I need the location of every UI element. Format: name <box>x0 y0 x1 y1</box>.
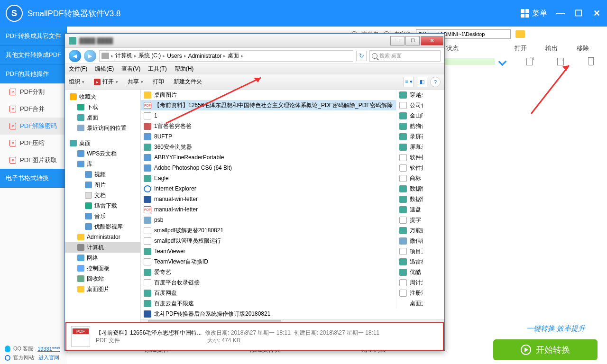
menu-view[interactable]: 查看(V) <box>121 65 140 73</box>
tree-item[interactable]: 优酷影视库 <box>65 221 140 232</box>
file-item[interactable]: 屏幕录 <box>396 142 423 152</box>
sidebar-cat-3[interactable]: 电子书格式转换 <box>0 169 67 188</box>
scroll-thumb[interactable] <box>148 320 281 322</box>
tree-item[interactable]: WPS云文档 <box>65 148 140 159</box>
file-item[interactable]: 公司信 <box>396 100 423 110</box>
tree-item[interactable]: 桌面 <box>65 138 140 148</box>
file-item[interactable]: 录屏视 <box>396 131 423 142</box>
tree-item[interactable]: 文档 <box>65 190 140 200</box>
file-item[interactable]: 百度平台收录链接 <box>141 277 396 288</box>
file-item[interactable]: 酷狗音 <box>396 121 423 131</box>
tree-item[interactable]: 计算机 <box>65 242 140 253</box>
folder-tree[interactable]: 收藏夹下载桌面最近访问的位置桌面WPS云文档库视频图片文档迅雷下载音乐优酷影视库… <box>65 90 141 322</box>
file-item[interactable]: 软件提 <box>396 152 423 163</box>
tree-item[interactable]: 控制面板 <box>65 263 140 273</box>
menu-file[interactable]: 文件(F) <box>69 65 87 73</box>
file-item[interactable]: smallpdf以管理员权限运行 <box>141 236 396 246</box>
sidebar-cat-1[interactable]: 其他文件转换成PDF <box>0 46 67 64</box>
sidebar-item-unlock[interactable]: PPDF解除密码 <box>0 118 67 135</box>
horizontal-scrollbar[interactable]: ◂ ▸ <box>141 319 444 322</box>
close-button[interactable]: ✕ <box>592 8 601 18</box>
file-item[interactable]: ABBYYFineReaderPortable <box>141 152 396 163</box>
file-item[interactable]: 桌面图片 <box>141 90 396 100</box>
file-item[interactable]: 优酷 <box>396 267 423 277</box>
view-mode-button[interactable]: ≡ ▾ <box>404 77 414 87</box>
sidebar-item-merge[interactable]: PPDF合并 <box>0 100 67 118</box>
qq-link[interactable]: 19331**** <box>37 346 60 352</box>
sidebar-item-extract-image[interactable]: PPDF图片获取 <box>0 152 67 169</box>
minimize-button[interactable]: — <box>556 9 565 18</box>
file-item[interactable]: 项目开 <box>396 246 423 256</box>
file-item[interactable]: 迅雷极 <box>396 256 423 267</box>
toolbar-organize[interactable]: 组织 <box>69 78 84 86</box>
website-link[interactable]: 进入官网 <box>38 354 59 361</box>
menu-help[interactable]: 帮助(H) <box>175 65 194 73</box>
breadcrumb[interactable]: ▸计算机 ▸系统 (C:) ▸Users ▸Administrator ▸桌面 … <box>99 50 353 62</box>
sidebar-cat-0[interactable]: PDF转换成其它文件 <box>0 27 67 46</box>
tree-item[interactable]: 桌面图片 <box>65 284 140 294</box>
file-item[interactable]: 金山PD <box>396 110 423 121</box>
tree-item[interactable]: 库 <box>65 159 140 169</box>
scroll-left-button[interactable]: ◂ <box>141 319 148 322</box>
file-item[interactable]: TeamViewer自动换ID <box>141 256 396 267</box>
browse-folder-icon[interactable] <box>515 30 525 38</box>
file-item[interactable]: 【考前资料】12656毛泽东思想和中国特色社会主义理论体系概论_PDF密码解除_… <box>141 100 396 110</box>
tree-item[interactable]: 图片 <box>65 180 140 190</box>
nav-forward-button[interactable]: ► <box>84 50 96 62</box>
file-item[interactable]: 提字 <box>396 215 423 225</box>
file-item[interactable]: 万能数 <box>396 225 423 236</box>
dialog-minimize-button[interactable]: — <box>390 36 405 46</box>
file-item[interactable]: 数据恢 <box>396 194 423 204</box>
sidebar-item-split[interactable]: PPDF分割 <box>0 83 67 100</box>
nav-back-button[interactable]: ◄ <box>69 50 81 62</box>
dialog-close-button[interactable]: ✕ <box>421 36 443 46</box>
toolbar-open[interactable]: ▸打开 <box>94 78 118 86</box>
dialog-maximize-button[interactable]: ☐ <box>405 36 420 46</box>
file-item[interactable]: manual-win-letter <box>141 194 396 204</box>
file-item[interactable]: 数据恢 <box>396 183 423 194</box>
file-list[interactable]: 桌面图片【考前资料】12656毛泽东思想和中国特色社会主义理论体系概论_PDF密… <box>141 90 444 322</box>
tree-item[interactable]: Administrator <box>65 232 140 242</box>
tree-item[interactable]: 网络 <box>65 253 140 263</box>
file-item[interactable]: 桌面文 <box>396 298 423 309</box>
tree-item[interactable]: 最近访问的位置 <box>65 123 140 133</box>
file-item[interactable]: Eagle <box>141 173 396 183</box>
file-item[interactable]: 注册流 <box>396 288 423 298</box>
file-item[interactable]: Internet Explorer <box>141 183 396 194</box>
refresh-button[interactable]: ↻ <box>356 51 367 61</box>
file-item[interactable]: TeamViewer <box>141 246 396 256</box>
tree-item[interactable]: 桌面 <box>65 112 140 123</box>
file-item[interactable]: 软件提 <box>396 163 423 173</box>
file-item[interactable]: 爱奇艺 <box>141 267 396 277</box>
file-item[interactable]: manual-win-letter <box>141 204 396 215</box>
dialog-titlebar[interactable]: ████ ████ — ☐ ✕ <box>65 34 444 48</box>
file-item[interactable]: 周计划 <box>396 277 423 288</box>
file-item[interactable]: 1 <box>141 110 396 121</box>
start-convert-button[interactable]: 开始转换 <box>493 339 598 360</box>
tree-item[interactable]: 收藏夹 <box>65 91 140 102</box>
preview-pane-button[interactable]: ◧ <box>417 77 427 87</box>
file-item[interactable]: smallpdf破解更替20180821 <box>141 225 396 236</box>
search-input[interactable]: 搜索 桌面 <box>369 50 441 62</box>
menu-button[interactable]: 菜单 <box>521 9 547 18</box>
file-item[interactable]: Adobe Photoshop CS6 (64 Bit) <box>141 163 396 173</box>
file-item[interactable]: 微信截 <box>396 236 423 246</box>
open-file-button[interactable] <box>526 58 533 65</box>
menu-edit[interactable]: 编辑(E) <box>95 65 114 73</box>
file-item[interactable]: 1富爸爸穷爸爸 <box>141 121 396 131</box>
file-item[interactable]: 穿越火 <box>396 90 423 100</box>
sidebar-item-compress[interactable]: PPDF压缩 <box>0 135 67 152</box>
tree-item[interactable]: 迅雷下载 <box>65 200 140 211</box>
file-item[interactable]: 速盘 <box>396 204 423 215</box>
file-item[interactable]: 8UFTP <box>141 131 396 142</box>
remove-file-button[interactable] <box>589 58 594 65</box>
file-item[interactable]: 商标 <box>396 173 423 183</box>
tree-item[interactable]: 下载 <box>65 102 140 112</box>
toolbar-new-folder[interactable]: 新建文件夹 <box>174 78 202 86</box>
help-button[interactable]: ? <box>430 77 441 87</box>
tree-item[interactable]: 音乐 <box>65 211 140 221</box>
sidebar-cat-2[interactable]: PDF的其他操作 <box>0 64 67 83</box>
file-item[interactable]: 360安全浏览器 <box>141 142 396 152</box>
toolbar-share[interactable]: 共享 <box>128 78 143 86</box>
menu-tools[interactable]: 工具(T) <box>148 65 166 73</box>
